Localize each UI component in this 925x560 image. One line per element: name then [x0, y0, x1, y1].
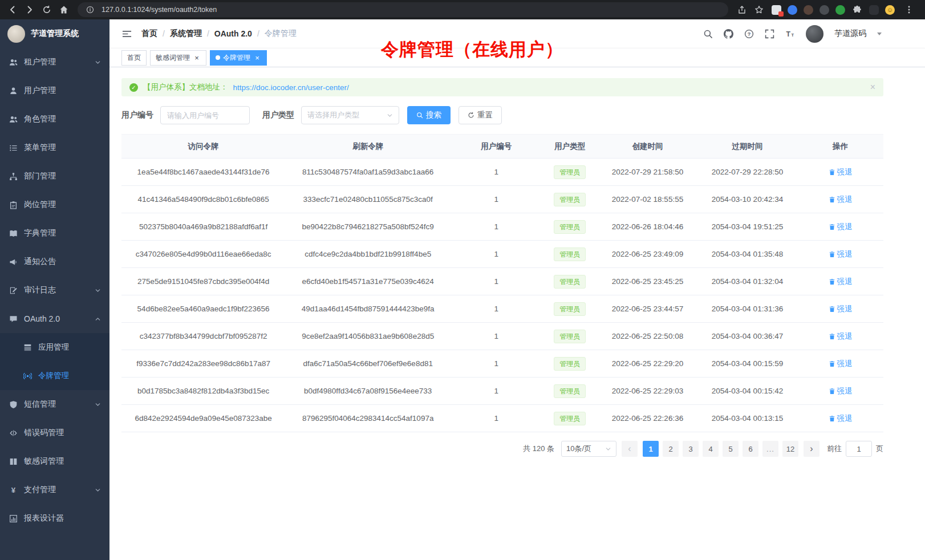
extension-dot-icon[interactable]: [804, 5, 813, 15]
chevron-down-icon: [95, 401, 101, 408]
access-token-cell: f9336e7c7dd242a283ee98dc86b17a87: [121, 350, 285, 378]
sidebar-item-sms[interactable]: 短信管理: [0, 390, 109, 419]
goto-label: 前往: [827, 444, 842, 454]
puzzle-extensions-icon[interactable]: [851, 4, 863, 15]
user-id-cell: 1: [451, 405, 542, 432]
page-button-3[interactable]: 3: [683, 441, 699, 457]
browser-menu-icon[interactable]: [901, 2, 917, 18]
sidebar-item-oauth2-app[interactable]: 应用管理: [0, 333, 109, 362]
page-button-2[interactable]: 2: [663, 441, 679, 457]
force-logout-button[interactable]: 强退: [829, 359, 853, 369]
sidebar-item-tenant[interactable]: 租户管理: [0, 48, 109, 76]
extension-with-badge-icon[interactable]: [772, 5, 781, 15]
sidebar-item-notice[interactable]: 通知公告: [0, 247, 109, 276]
sidebar-item-dept[interactable]: 部门管理: [0, 162, 109, 190]
table-row: f9336e7c7dd242a283ee98dc86b17a87dfa6c71a…: [121, 350, 883, 378]
back-icon[interactable]: [5, 2, 21, 18]
github-icon[interactable]: [724, 29, 733, 39]
bookmark-star-icon[interactable]: [751, 2, 767, 18]
font-size-icon[interactable]: TT: [785, 29, 795, 39]
sidebar-item-oauth2-token[interactable]: 令牌管理: [0, 362, 109, 390]
force-logout-button[interactable]: 强退: [829, 413, 853, 424]
role-icon: [9, 115, 18, 124]
profile-blue-icon[interactable]: [788, 5, 797, 15]
access-token-cell: c347026e805e4d99b0d116eae66eda8c: [121, 241, 285, 268]
breadcrumb-item[interactable]: OAuth 2.0: [214, 29, 252, 38]
page-button-5[interactable]: 5: [723, 441, 739, 457]
search-button[interactable]: 搜索: [407, 106, 451, 124]
force-logout-button[interactable]: 强退: [829, 222, 853, 232]
force-logout-button[interactable]: 强退: [829, 167, 853, 177]
force-logout-button[interactable]: 强退: [829, 194, 853, 205]
sidebar-item-post[interactable]: 岗位管理: [0, 190, 109, 219]
sidebar-item-menu[interactable]: 菜单管理: [0, 133, 109, 162]
breadcrumb-item[interactable]: 系统管理: [170, 29, 202, 39]
goto-page-input[interactable]: [846, 441, 872, 457]
alert-text: 【用户体系】文档地址：: [143, 82, 228, 92]
expire-time-cell: 2054-03-04 00:15:59: [697, 350, 797, 378]
profile-avatar-icon[interactable]: ☺: [885, 5, 895, 15]
sidebar-item-label: 短信管理: [24, 399, 88, 409]
page-size-select[interactable]: 10条/页: [561, 441, 616, 457]
sidebar-item-pay[interactable]: ¥支付管理: [0, 476, 109, 504]
sidebar-item-error-code[interactable]: 错误码管理: [0, 419, 109, 447]
reset-button[interactable]: 重置: [459, 106, 502, 124]
user-avatar[interactable]: [806, 25, 823, 43]
help-icon[interactable]: ?: [744, 29, 754, 39]
extension-dot-icon[interactable]: [819, 5, 829, 15]
user-id-input[interactable]: [160, 106, 250, 124]
expire-time-cell: 2054-03-04 01:35:48: [697, 241, 797, 268]
tab-令牌管理[interactable]: 令牌管理×: [210, 50, 267, 66]
page-button-4[interactable]: 4: [703, 441, 719, 457]
user-type-select[interactable]: 请选择用户类型: [301, 106, 399, 124]
refresh-token-cell: 333ecfc71e02480cb11055c875c3ca0f: [285, 186, 451, 213]
sidebar-item-role[interactable]: 角色管理: [0, 105, 109, 133]
sidebar-item-dict[interactable]: 字典管理: [0, 219, 109, 247]
tab-敏感词管理[interactable]: 敏感词管理×: [150, 50, 206, 66]
caret-down-icon[interactable]: [877, 33, 882, 35]
share-icon[interactable]: [734, 2, 750, 18]
page-button-6[interactable]: 6: [743, 441, 758, 457]
address-bar[interactable]: 127.0.0.1:1024/system/oauth2/token: [78, 2, 728, 17]
hamburger-icon[interactable]: [122, 29, 132, 39]
extension-square-icon[interactable]: [869, 5, 879, 15]
sidebar-item-oauth2[interactable]: OAuth 2.0: [0, 305, 109, 333]
site-info-icon[interactable]: [82, 2, 98, 18]
next-page-button[interactable]: ›: [804, 441, 819, 457]
doc-link[interactable]: https://doc.iocoder.cn/user-center/: [233, 83, 349, 92]
home-icon[interactable]: [56, 2, 72, 18]
yen-icon: ¥: [9, 486, 18, 494]
sidebar-item-report-designer[interactable]: 报表设计器: [0, 504, 109, 533]
force-logout-button[interactable]: 强退: [829, 304, 853, 314]
reload-icon[interactable]: [39, 2, 55, 18]
sidebar-item-user[interactable]: 用户管理: [0, 76, 109, 105]
trash-icon: [829, 415, 835, 422]
prev-page-button[interactable]: ‹: [622, 441, 638, 457]
logo[interactable]: 芋道管理系统: [0, 19, 109, 48]
force-logout-button[interactable]: 强退: [829, 331, 853, 342]
access-token-cell: 275e5de9151045fe87cbdc395e004f4d: [121, 268, 285, 295]
tab-label: 令牌管理: [223, 53, 250, 63]
page-button-12[interactable]: 12: [782, 441, 798, 457]
page-more-button[interactable]: ...: [762, 441, 778, 457]
force-logout-button[interactable]: 强退: [829, 249, 853, 259]
sidebar-item-sensitive-word[interactable]: 敏感词管理: [0, 447, 109, 476]
search-icon[interactable]: [703, 29, 713, 39]
username[interactable]: 芋道源码: [834, 29, 866, 39]
sidebar-item-audit-log[interactable]: 审计日志: [0, 276, 109, 305]
chat-bubble-icon: [9, 315, 18, 323]
tab-close-icon[interactable]: ×: [253, 54, 261, 62]
page-button-1[interactable]: 1: [643, 441, 659, 457]
extension-dot-icon[interactable]: [835, 5, 845, 15]
fullscreen-icon[interactable]: [765, 29, 774, 39]
tab-close-icon[interactable]: ×: [193, 54, 201, 62]
forward-icon[interactable]: [22, 2, 38, 18]
token-table: 访问令牌刷新令牌用户编号用户类型创建时间过期时间操作 1ea5e44f8bc14…: [121, 134, 883, 432]
tab-首页[interactable]: 首页: [121, 50, 147, 66]
force-logout-button[interactable]: 强退: [829, 386, 853, 396]
user-type-badge: 管理员: [554, 165, 586, 179]
breadcrumb-item[interactable]: 首页: [141, 29, 157, 39]
svg-text:T: T: [791, 32, 794, 37]
alert-close-icon[interactable]: ×: [870, 83, 875, 92]
force-logout-button[interactable]: 强退: [829, 277, 853, 287]
